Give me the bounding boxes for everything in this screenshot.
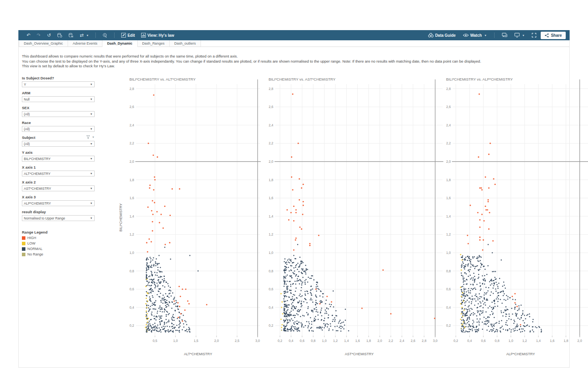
legend-item-normal[interactable]: NORMAL xyxy=(22,247,47,251)
pause-updates-button[interactable] xyxy=(66,32,76,39)
filter-value-sex: (All) xyxy=(24,112,30,116)
reference-lines xyxy=(274,79,443,337)
filter-label-sex: SEX xyxy=(22,106,95,110)
filter-value-x-axis-2: AST*CHEMISTRY xyxy=(24,187,51,191)
svg-text:2,8: 2,8 xyxy=(422,339,427,343)
filter-label-is-subject-dosed: Is Subject Dosed? xyxy=(22,76,95,80)
filter-value-x-axis-1: ALT*CHEMISTRY xyxy=(24,172,50,176)
explain-data-button[interactable] xyxy=(100,32,110,39)
svg-text:1,0: 1,0 xyxy=(509,339,513,343)
svg-text:1,2: 1,2 xyxy=(522,339,527,343)
fullscreen-button[interactable] xyxy=(529,32,539,39)
view-indicator[interactable]: View: Hy's law xyxy=(138,32,177,39)
filter-label-arm: ARM xyxy=(22,91,95,95)
legend-swatch xyxy=(22,253,25,256)
toolbar-right-group: Data Guide Watch ▼ ▼ Share xyxy=(425,32,570,39)
svg-text:0,5: 0,5 xyxy=(152,339,157,343)
legend-label: NORMAL xyxy=(27,247,43,251)
svg-text:1,4: 1,4 xyxy=(269,214,273,218)
legend-item-low[interactable]: LOW xyxy=(22,241,47,245)
description-line: This dashboard allows to compare numeric… xyxy=(22,54,514,59)
range-legend-title: Range Legend xyxy=(22,230,47,234)
svg-text:0,8: 0,8 xyxy=(446,269,451,273)
filter-dropdown-is-subject-dosed[interactable]: Y▼ xyxy=(22,81,95,87)
redo-button[interactable]: ↷ xyxy=(34,32,43,39)
svg-text:0,6: 0,6 xyxy=(300,339,305,343)
refresh-data-button[interactable] xyxy=(54,32,65,39)
share-button-label: Share xyxy=(551,33,562,38)
svg-text:0,4: 0,4 xyxy=(289,339,294,343)
svg-text:2,0: 2,0 xyxy=(577,339,582,343)
legend-swatch xyxy=(22,247,25,251)
svg-text:0,6: 0,6 xyxy=(446,287,451,291)
svg-text:0,6: 0,6 xyxy=(269,287,273,291)
comments-button[interactable] xyxy=(499,32,510,39)
filter-x-axis-2: X axis 2AST*CHEMISTRY▼ xyxy=(22,180,95,191)
svg-text:2,4: 2,4 xyxy=(269,123,273,127)
legend-swatch xyxy=(22,242,25,245)
undo-icon: ↶ xyxy=(27,33,30,38)
svg-text:1,4: 1,4 xyxy=(536,339,541,343)
chevron-down-icon: ▼ xyxy=(90,217,93,219)
svg-text:0,6: 0,6 xyxy=(129,287,134,291)
svg-text:1,8: 1,8 xyxy=(564,339,568,343)
filter-race: Race(All)▼ xyxy=(22,120,95,132)
legend-item-high[interactable]: HIGH xyxy=(22,236,47,240)
svg-text:1,2: 1,2 xyxy=(446,232,451,236)
filter-dropdown-result-display[interactable]: Normalised to Upper Range▼ xyxy=(22,215,95,221)
svg-text:3,0: 3,0 xyxy=(433,339,437,343)
svg-text:1,0: 1,0 xyxy=(322,339,327,343)
sheet-tab-dash-outliers[interactable]: Dash_outliers xyxy=(170,40,201,47)
svg-text:2,8: 2,8 xyxy=(446,87,451,91)
chevron-down-icon: ▼ xyxy=(90,172,93,175)
share-button[interactable]: Share xyxy=(541,32,566,39)
filter-menu-caret-icon[interactable]: ▼ xyxy=(92,136,95,138)
chevron-down-icon: ▼ xyxy=(484,34,487,37)
data-guide-button[interactable]: Data Guide xyxy=(425,32,459,39)
scatter-chart-1: 0,20,40,60,81,01,21,41,61,82,02,22,42,62… xyxy=(124,76,262,362)
svg-text:2,5: 2,5 xyxy=(235,339,239,343)
legend-item-no-range[interactable]: No Range xyxy=(22,252,47,256)
svg-text:1,6: 1,6 xyxy=(355,339,360,343)
svg-text:0,2: 0,2 xyxy=(454,339,458,343)
description-line: This view is set by default to allow to … xyxy=(22,64,514,69)
chevron-down-icon: ▼ xyxy=(90,98,93,101)
svg-text:2,4: 2,4 xyxy=(446,123,451,127)
legend-label: LOW xyxy=(27,241,36,245)
svg-text:1,6: 1,6 xyxy=(269,196,273,200)
svg-text:1,5: 1,5 xyxy=(194,339,198,343)
sheet-tab-dash-dynamic[interactable]: Dash_Dynamic xyxy=(102,40,138,47)
filter-dropdown-y-axis[interactable]: BILI*CHEMISTRY▼ xyxy=(22,156,95,162)
svg-text:3,0: 3,0 xyxy=(255,339,260,343)
gridlines xyxy=(453,84,588,336)
sheet-tab-dash-ranges[interactable]: Dash_Ranges xyxy=(138,40,170,47)
filter-dropdown-x-axis-3[interactable]: ALP*CHEMISTRY▼ xyxy=(22,200,95,206)
filter-dropdown-x-axis-2[interactable]: AST*CHEMISTRY▼ xyxy=(22,185,95,191)
watch-dropdown[interactable]: Watch ▼ xyxy=(460,32,490,39)
svg-text:1,8: 1,8 xyxy=(129,178,134,182)
device-layout-dropdown[interactable]: ▼ xyxy=(512,32,527,39)
legend-label: No Range xyxy=(27,252,43,256)
svg-text:1,0: 1,0 xyxy=(173,339,178,343)
filter-dropdown-race[interactable]: (All)▼ xyxy=(22,126,95,132)
filter-dropdown-arm[interactable]: Null▼ xyxy=(22,96,95,102)
edit-button[interactable]: Edit xyxy=(118,32,138,39)
filter-dropdown-x-axis-1[interactable]: ALT*CHEMISTRY▼ xyxy=(22,171,95,176)
svg-text:2,4: 2,4 xyxy=(129,123,134,127)
display-icon xyxy=(514,33,520,38)
filter-dropdown-subject[interactable]: (All)▼ xyxy=(22,141,95,147)
scatter-points xyxy=(145,94,208,333)
autosave-dropdown[interactable]: ⇄▼ xyxy=(77,32,91,39)
filter-dropdown-sex[interactable]: (All)▼ xyxy=(22,111,95,117)
undo-button[interactable]: ↶ xyxy=(24,32,33,39)
sheet-tab-adverse-events[interactable]: Adverse Events xyxy=(68,40,102,47)
sheet-tab-dash-overview-graphic[interactable]: Dash_Overview_Graphic xyxy=(19,40,68,47)
filter-value-arm: Null xyxy=(24,97,30,101)
svg-text:2,0: 2,0 xyxy=(269,160,273,164)
chevron-down-icon: ▼ xyxy=(90,187,93,190)
svg-text:1,2: 1,2 xyxy=(333,339,338,343)
svg-text:2,2: 2,2 xyxy=(446,141,451,145)
svg-text:0,4: 0,4 xyxy=(269,306,273,309)
filter-value-race: (All) xyxy=(24,127,30,131)
revert-button[interactable]: ↺ xyxy=(44,32,54,39)
